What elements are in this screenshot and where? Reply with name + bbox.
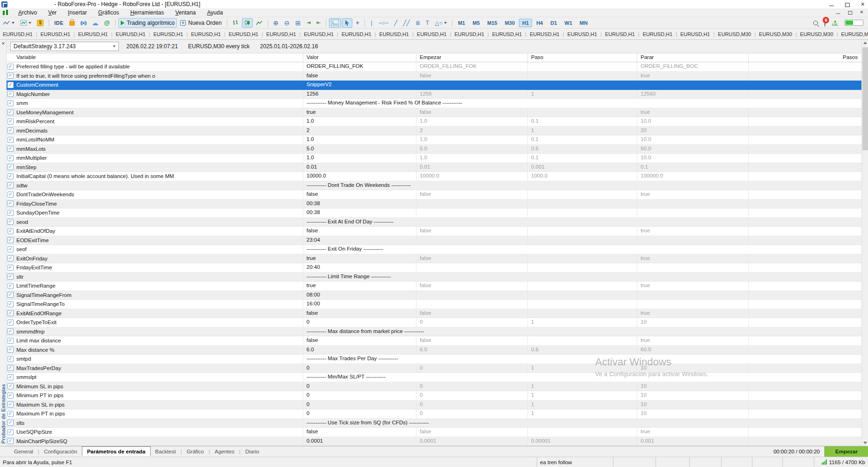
close-button[interactable]: ✕ (860, 2, 865, 7)
param-row[interactable]: smmmdfmp----------- Max distance from ma… (7, 327, 861, 337)
param-row[interactable]: SignalTimeRangeFrom08:00 (7, 291, 861, 300)
row-checkbox[interactable] (7, 237, 14, 243)
paso-cell[interactable] (528, 81, 637, 89)
empezar-cell[interactable]: false (416, 336, 528, 345)
menu-insertar[interactable]: Insertar (62, 8, 93, 17)
fibonacci-tool-button[interactable]: ≣ (413, 18, 423, 28)
param-row[interactable]: ExitOnFridaytruefalsetrue (7, 254, 861, 264)
menu-ayuda[interactable]: Ayuda (202, 8, 229, 17)
empezar-cell[interactable]: 1.0 (416, 154, 528, 163)
vps-button[interactable]: ☁ (89, 18, 101, 28)
param-row[interactable]: mmDecimals22120 (7, 126, 861, 136)
row-checkbox[interactable] (7, 292, 14, 298)
tester-tab-backtest[interactable]: Backtest (151, 447, 181, 456)
valor-cell[interactable]: SnipperV2 (303, 81, 416, 89)
parar-cell[interactable]: ORDER_FILLING_BOC (637, 62, 749, 71)
param-row[interactable]: DontTradeOnWeekendsfalsefalsetrue (7, 190, 861, 200)
parar-cell[interactable]: 12560 (637, 90, 749, 99)
chart-tab[interactable]: EURUSD,H1 (678, 30, 713, 38)
chart-tab[interactable]: EURUSD,H1 (113, 30, 148, 38)
parar-cell[interactable]: 10 (637, 364, 749, 373)
row-checkbox[interactable] (7, 155, 14, 161)
timeframe-mn[interactable]: MN (576, 19, 591, 27)
algo-trading-button[interactable]: Trading algorítmico (118, 18, 177, 28)
zoom-in-button[interactable]: ⊕ (271, 18, 281, 28)
empezar-cell[interactable] (416, 236, 528, 245)
chart-tab[interactable]: EURUSD,M30 (715, 30, 754, 38)
param-row[interactable]: If set to true, it will force using pref… (7, 72, 861, 81)
row-checkbox[interactable] (7, 338, 14, 344)
chart-tab[interactable]: EURUSD,H1 (37, 30, 73, 38)
line-chart-type-button[interactable] (254, 18, 265, 28)
parar-cell[interactable]: true (637, 227, 749, 236)
valor-cell[interactable]: 2 (303, 126, 416, 135)
parar-cell[interactable]: true (637, 282, 749, 290)
row-checkbox[interactable] (7, 365, 14, 371)
row-checkbox[interactable] (7, 228, 14, 234)
empezar-cell[interactable]: 6.0 (416, 346, 528, 355)
empezar-cell[interactable] (416, 291, 528, 300)
param-row[interactable]: SundayOpenTime00:38 (7, 208, 861, 218)
parar-cell[interactable]: 50.0 (637, 145, 749, 154)
tile-windows-button[interactable]: ⊞ (293, 18, 303, 28)
parar-cell[interactable]: 0.001 (637, 437, 749, 446)
chart-tab[interactable]: EURUSD,H1 (188, 30, 224, 38)
chart-tab[interactable]: EURUSD,H1 (226, 30, 262, 38)
paso-cell[interactable] (528, 208, 637, 217)
menu-ventana[interactable]: Ventana (169, 8, 201, 17)
empezar-cell[interactable]: 1256 (416, 90, 528, 99)
chart-profile-button[interactable] (18, 18, 34, 28)
row-checkbox[interactable] (7, 173, 14, 179)
parar-cell[interactable] (637, 300, 749, 309)
hline-tool-button[interactable]: −○− (376, 18, 391, 28)
paso-cell[interactable]: 0.1 (528, 117, 637, 126)
empezar-cell[interactable] (416, 200, 528, 208)
param-row[interactable]: Minimum SL in pips00110 (7, 382, 861, 392)
paso-cell[interactable]: 1 (528, 318, 637, 327)
param-row[interactable]: LimitTimeRangetruefalsetrue (7, 282, 861, 291)
paso-cell[interactable] (528, 236, 637, 245)
valor-cell[interactable]: 0 (303, 409, 416, 418)
chart-tab[interactable]: EURUSD,H1 (414, 30, 450, 38)
row-checkbox[interactable] (7, 137, 14, 143)
chart-tab[interactable]: EURUSD,M30 (797, 30, 836, 38)
valor-cell[interactable]: true (303, 254, 416, 263)
valor-cell[interactable]: 0.0001 (303, 437, 416, 446)
empezar-cell[interactable]: 0 (416, 364, 528, 373)
chart-tab[interactable]: EURUSD,H1 (602, 30, 638, 38)
header-paso[interactable]: Paso (528, 53, 637, 62)
trendline-tool-button[interactable]: ╱ (392, 18, 400, 28)
parar-cell[interactable]: 10 (637, 400, 749, 409)
header-valor[interactable]: Valor (303, 53, 416, 62)
empezar-cell[interactable]: 0.01 (416, 163, 528, 172)
signals-button[interactable]: ((●)) (78, 18, 88, 28)
paso-cell[interactable] (528, 72, 637, 81)
row-checkbox[interactable] (7, 219, 14, 225)
parar-cell[interactable]: true (637, 72, 749, 81)
parar-cell[interactable]: 10 (637, 409, 749, 418)
parar-cell[interactable] (637, 263, 749, 272)
timeframe-h4[interactable]: H4 (533, 19, 546, 27)
row-checkbox[interactable] (7, 91, 14, 97)
parar-cell[interactable] (637, 208, 749, 217)
strategy-tester-button[interactable] (329, 18, 341, 28)
param-row[interactable]: mmMaxLots5.05.00.550.0 (7, 145, 861, 154)
row-checkbox[interactable] (7, 411, 14, 417)
empezar-cell[interactable]: 0 (416, 400, 528, 409)
parar-cell[interactable]: 0.1 (637, 163, 749, 172)
chart-shift-button[interactable]: ⇥ (304, 18, 313, 28)
empezar-cell[interactable]: ORDER_FILLING_FOK (416, 62, 528, 71)
paso-cell[interactable]: 0.5 (528, 145, 637, 154)
paso-cell[interactable]: 1 (528, 382, 637, 391)
valor-cell[interactable]: 0.01 (303, 163, 416, 172)
empezar-cell[interactable]: false (416, 190, 528, 199)
parar-cell[interactable] (637, 291, 749, 300)
paso-cell[interactable]: 0.6 (528, 346, 637, 355)
valor-cell[interactable]: 1.0 (303, 117, 416, 126)
row-checkbox[interactable] (7, 420, 14, 426)
valor-cell[interactable]: 08:00 (303, 291, 416, 300)
row-checkbox[interactable] (7, 146, 14, 152)
valor-cell[interactable]: 16:00 (303, 300, 416, 309)
paso-cell[interactable] (528, 309, 637, 318)
empezar-cell[interactable] (416, 263, 528, 272)
